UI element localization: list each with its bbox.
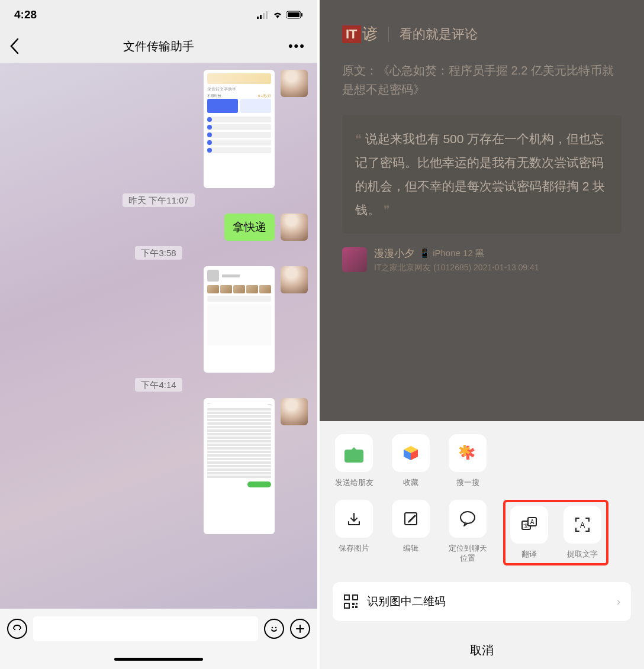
- svg-rect-0: [257, 17, 259, 19]
- device-tag: 📱 iPhone 12 黑: [419, 248, 484, 259]
- send-icon: [344, 444, 363, 463]
- translate-button[interactable]: 文A 翻译: [508, 506, 550, 560]
- plus-icon[interactable]: [290, 619, 310, 639]
- action-sheet: 发送给朋友 收藏 ✱ 搜一搜 保存图片: [320, 421, 644, 669]
- chat-area[interactable]: 录音转文字助手 不限时长9.1元/月 昨天 下午11:07 拿快递 下午3:58: [0, 63, 317, 609]
- action-row-top: 发送给朋友 收藏 ✱ 搜一搜: [320, 434, 644, 500]
- qr-icon: [343, 594, 359, 609]
- cancel-button[interactable]: 取消: [320, 629, 644, 669]
- voice-input-icon[interactable]: [7, 619, 27, 639]
- nav-title: 文件传输助手: [123, 38, 194, 54]
- chevron-right-icon: ›: [617, 596, 620, 608]
- avatar[interactable]: [281, 266, 308, 293]
- avatar[interactable]: [281, 70, 308, 97]
- save-image-button[interactable]: 保存图片: [333, 500, 375, 554]
- extract-text-button[interactable]: A 提取文字: [561, 506, 604, 560]
- left-phone-screen: 4:28 文件传输助手 ••• 录音转文字助手 不限时长9.1元/月: [0, 0, 320, 669]
- svg-rect-1: [260, 15, 262, 19]
- home-indicator: [0, 649, 317, 669]
- status-time: 4:28: [14, 8, 37, 21]
- wifi-icon: [272, 11, 283, 19]
- image-message[interactable]: 录音转文字助手 不限时长9.1元/月: [204, 70, 275, 188]
- edit-icon: [402, 510, 420, 528]
- original-article-ref: 原文：《心急如焚：程序员手握 2.2 亿美元比特币就是想不起密码》: [342, 61, 622, 99]
- commenter-name: 漫漫小夕: [374, 247, 414, 260]
- message-row: [9, 266, 308, 373]
- brand-logo: IT 谚: [342, 24, 378, 44]
- commenter-info: 漫漫小夕 📱 iPhone 12 黑 IT之家北京网友 (1012685) 20…: [342, 247, 622, 273]
- brand-tagline: 看的就是评论: [400, 25, 478, 43]
- status-bar: 4:28: [0, 0, 317, 30]
- edit-button[interactable]: 编辑: [389, 500, 432, 554]
- avatar[interactable]: [281, 214, 308, 241]
- status-icons: [257, 11, 303, 19]
- brand-header: IT 谚 看的就是评论: [342, 24, 622, 44]
- message-row: 拿快递: [9, 214, 308, 241]
- back-button[interactable]: [9, 38, 19, 54]
- svg-rect-18: [344, 595, 349, 600]
- svg-rect-21: [352, 603, 355, 605]
- more-button[interactable]: •••: [288, 38, 305, 54]
- svg-rect-3: [266, 11, 268, 19]
- locate-chat-button[interactable]: 定位到聊天位置: [446, 500, 489, 564]
- spark-icon: ✱: [460, 442, 476, 464]
- svg-rect-2: [263, 13, 265, 19]
- battery-icon: [286, 11, 303, 19]
- image-message[interactable]: ←⋯: [204, 398, 275, 534]
- action-row-bottom: 保存图片 编辑 定位到聊天位置 文A 翻译: [320, 500, 644, 577]
- translate-icon: 文A: [520, 515, 539, 534]
- svg-rect-22: [356, 603, 358, 605]
- input-bar: [0, 609, 317, 649]
- nav-bar: 文件传输助手 •••: [0, 30, 317, 63]
- svg-rect-5: [288, 12, 300, 17]
- svg-rect-6: [301, 13, 302, 17]
- timestamp: 昨天 下午11:07: [9, 195, 308, 206]
- ocr-icon: A: [573, 515, 592, 534]
- svg-rect-19: [353, 595, 358, 600]
- signal-icon: [257, 11, 269, 19]
- commenter-avatar: [342, 247, 367, 272]
- highlighted-actions: 文A 翻译 A 提取文字: [503, 500, 608, 565]
- comment-quote: ❝ 说起来我也有 500 万存在一个机构，但也忘记了密码。比他幸运的是我有无数次…: [342, 115, 622, 234]
- svg-text:A: A: [530, 519, 534, 525]
- timestamp: 下午3:58: [9, 248, 308, 259]
- svg-point-10: [275, 627, 277, 629]
- text-message[interactable]: 拿快递: [224, 214, 275, 241]
- message-input[interactable]: [33, 616, 258, 641]
- qr-recognize-button[interactable]: 识别图中二维码 ›: [333, 582, 631, 621]
- search-button[interactable]: ✱ 搜一搜: [446, 434, 489, 488]
- svg-rect-20: [344, 603, 349, 608]
- send-to-friend-button[interactable]: 发送给朋友: [333, 434, 375, 488]
- message-row: 录音转文字助手 不限时长9.1元/月: [9, 70, 308, 188]
- quote-open-icon: ❝: [355, 132, 365, 146]
- commenter-meta: IT之家北京网友 (1012685) 2021-01-13 09:41: [374, 263, 539, 273]
- cube-icon: [401, 444, 420, 463]
- image-message[interactable]: [204, 266, 275, 373]
- download-icon: [345, 510, 363, 528]
- svg-rect-23: [352, 606, 354, 608]
- svg-point-9: [272, 627, 273, 629]
- message-row: ←⋯: [9, 398, 308, 534]
- article-preview: IT 谚 看的就是评论 原文：《心急如焚：程序员手握 2.2 亿美元比特币就是想…: [320, 0, 644, 421]
- svg-rect-24: [355, 606, 358, 608]
- mock-header: [207, 73, 271, 84]
- svg-point-8: [19, 629, 20, 630]
- svg-point-7: [14, 629, 15, 630]
- chat-icon: [458, 509, 477, 528]
- svg-text:A: A: [580, 521, 585, 529]
- svg-point-12: [461, 512, 475, 523]
- right-phone-screen: IT 谚 看的就是评论 原文：《心急如焚：程序员手握 2.2 亿美元比特币就是想…: [320, 0, 644, 669]
- timestamp: 下午4:14: [9, 380, 308, 391]
- emoji-icon[interactable]: [264, 619, 284, 639]
- avatar[interactable]: [281, 398, 308, 425]
- quote-close-icon: ❞: [380, 203, 390, 216]
- favorite-button[interactable]: 收藏: [389, 434, 432, 488]
